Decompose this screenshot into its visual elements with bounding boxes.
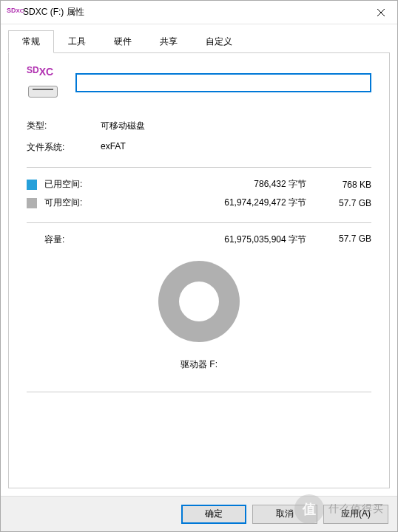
capacity-row: 容量: 61,975,035,904 字节 57.7 GB [27, 233, 371, 246]
close-icon [377, 9, 385, 16]
tab-sharing[interactable]: 共享 [146, 30, 192, 52]
tab-customize[interactable]: 自定义 [192, 30, 246, 52]
capacity-label: 容量: [27, 233, 111, 246]
tab-general[interactable]: 常规 [8, 30, 54, 53]
drive-icon: SDXC [27, 68, 62, 98]
filesystem-label: 文件系统: [27, 141, 101, 154]
used-space-row: 已用空间: 786,432 字节 768 KB [27, 178, 371, 191]
general-panel: SDXC 类型: 可移动磁盘 文件系统: exFAT 已用空间: 786,432… [8, 52, 390, 488]
titlebar: SDXC SDXC (F:) 属性 [1, 1, 397, 24]
filesystem-value: exFAT [101, 141, 126, 154]
usage-chart-wrap: 驱动器 F: [27, 261, 371, 371]
ok-button[interactable]: 确定 [181, 505, 246, 524]
free-swatch [27, 198, 37, 208]
used-bytes: 786,432 字节 [111, 178, 312, 191]
cancel-button[interactable]: 取消 [252, 505, 317, 524]
free-label: 可用空间: [44, 197, 111, 209]
type-row: 类型: 可移动磁盘 [27, 120, 371, 132]
sdxc-icon: SDXC [7, 7, 18, 18]
window-title: SDXC (F:) 属性 [23, 6, 364, 18]
usage-donut [158, 261, 240, 342]
divider [27, 392, 371, 392]
used-human: 768 KB [312, 180, 371, 190]
dialog-button-bar: 确定 取消 应用(A) [1, 496, 397, 531]
used-swatch [27, 180, 37, 190]
free-space-row: 可用空间: 61,974,249,472 字节 57.7 GB [27, 197, 371, 209]
divider [27, 167, 371, 168]
drive-header: SDXC [27, 68, 371, 98]
type-label: 类型: [27, 120, 101, 132]
free-human: 57.7 GB [312, 198, 371, 208]
close-button[interactable] [364, 1, 397, 24]
capacity-bytes: 61,975,035,904 字节 [111, 233, 312, 246]
tab-tools[interactable]: 工具 [54, 30, 100, 52]
filesystem-row: 文件系统: exFAT [27, 141, 371, 154]
tab-hardware[interactable]: 硬件 [100, 30, 146, 52]
volume-label-input[interactable] [75, 73, 371, 92]
capacity-human: 57.7 GB [312, 233, 371, 246]
drive-letter-label: 驱动器 F: [181, 358, 217, 371]
apply-button[interactable]: 应用(A) [323, 505, 388, 524]
tab-strip: 常规 工具 硬件 共享 自定义 [1, 24, 397, 52]
divider [27, 222, 371, 223]
free-bytes: 61,974,249,472 字节 [111, 197, 312, 209]
type-value: 可移动磁盘 [101, 120, 145, 132]
properties-dialog: SDXC SDXC (F:) 属性 常规 工具 硬件 共享 自定义 SDXC 类… [0, 0, 398, 532]
used-label: 已用空间: [44, 178, 111, 191]
